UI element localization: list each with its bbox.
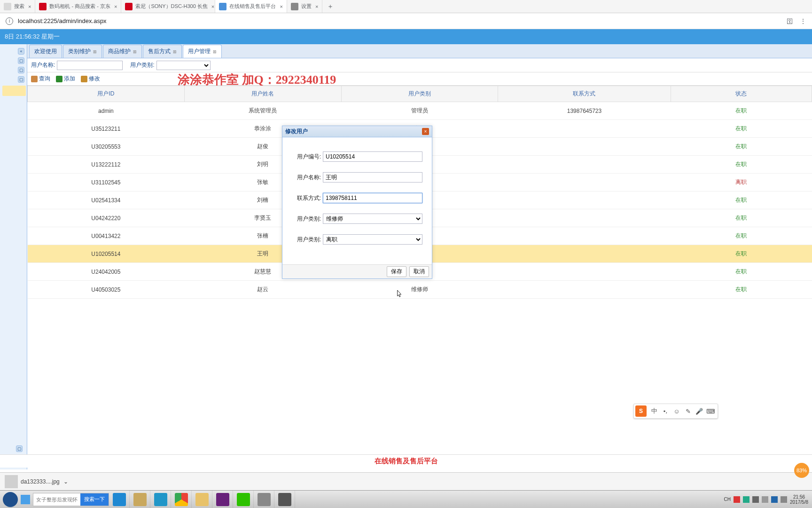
close-icon[interactable]: × [280,4,282,9]
filter-type-select[interactable] [156,61,211,70]
contact-input[interactable] [323,193,422,203]
user-id-input[interactable] [323,151,422,162]
user-status-select[interactable]: 离职 [323,234,422,245]
site-info-icon[interactable]: i [6,17,13,25]
collapse-left-icon[interactable]: « [18,48,24,55]
favicon [4,3,11,10]
col-type[interactable]: 用户类别 [341,86,498,102]
close-icon[interactable]: ⊠ [173,49,177,54]
close-icon[interactable]: ⊠ [213,49,217,54]
user-type-select[interactable]: 维修师 [323,214,422,224]
col-contact[interactable]: 联系方式 [498,86,671,102]
dialog-footer: 保存 取消 [282,264,432,278]
filter-bar: 用户名称: 用户类别: [27,58,812,72]
ime-brand-icon[interactable]: S [635,405,647,417]
cancel-button[interactable]: 取消 [409,266,429,277]
ime-emoji-icon[interactable]: ☺ [672,406,681,416]
tab-label: 用户管理 [188,48,211,56]
tab-title: 索尼（SONY）DSC-H300 长焦 [135,3,207,10]
collapse-item-icon[interactable]: ▢ [18,67,24,73]
close-icon[interactable]: ⊠ [93,49,97,54]
tab-title: 搜索 [14,3,24,10]
table-cell: 系统管理员 [184,102,341,120]
search-button[interactable]: 查询 [31,75,50,83]
close-icon[interactable]: × [211,4,214,9]
button-label: 添加 [64,75,75,83]
edit-button[interactable]: 修改 [81,75,100,83]
collapse-item-icon[interactable]: ▢ [16,445,23,452]
edit-icon [81,76,87,82]
close-icon[interactable]: × [315,4,318,9]
table-cell: 在职 [671,281,812,299]
browser-tab[interactable]: 数码相机 - 商品搜索 - 京东 × [35,0,121,13]
tab-title: 在线销售及售后平台 [229,3,276,10]
tab-category[interactable]: 类别维护⊠ [63,45,102,58]
collapse-item-icon[interactable]: ▢ [18,76,24,83]
key-icon[interactable]: ⚿ [787,17,793,25]
close-icon[interactable]: × [28,4,31,9]
save-button[interactable]: 保存 [387,266,406,277]
table-cell: 13987645723 [498,102,671,120]
table-row[interactable]: admin系统管理员管理员13987645723在职 [28,102,812,120]
user-status-label: 用户类别: [292,236,321,244]
tab-welcome[interactable]: 欢迎使用 [29,45,62,58]
user-type-label: 用户类别: [292,215,321,223]
browser-tab-strip: 搜索 × 数码相机 - 商品搜索 - 京东 × 索尼（SONY）DSC-H300… [0,0,812,13]
table-cell: 维修师 [341,281,498,299]
browser-tab[interactable]: 索尼（SONY）DSC-H300 长焦 × [121,0,215,13]
url-text[interactable]: localhost:2225/admin/index.aspx [18,17,787,24]
toolbar: 查询 添加 修改 涂涂恭作室 加Q：2922340119 [27,72,812,86]
ime-edit-icon[interactable]: ✎ [683,406,693,416]
table-header-row: 用户ID 用户姓名 用户类别 联系方式 状态 [28,86,812,102]
sidebar-item-selected[interactable] [2,86,26,96]
sidebar: « ▢ ▢ ▢ ▢ ▢ [0,44,27,469]
table-cell: U30205553 [28,138,185,156]
tab-label: 欢迎使用 [34,48,57,56]
table-cell: 在职 [671,156,812,174]
close-icon[interactable]: × [114,4,117,9]
col-id[interactable]: 用户ID [28,86,185,102]
table-cell: 在职 [671,120,812,138]
user-name-input[interactable] [323,172,422,183]
button-label: 修改 [89,75,100,83]
favicon [39,3,47,10]
add-button[interactable]: 添加 [56,75,75,83]
close-icon[interactable]: × [422,128,429,135]
dialog-header[interactable]: 修改用户 × [282,126,432,137]
tab-product[interactable]: 商品维护⊠ [103,45,142,58]
table-cell: U31102545 [28,174,185,191]
table-cell: U35123211 [28,120,185,138]
ime-mic-icon[interactable]: 🎤 [695,406,704,416]
footer-title: 在线销售及售后平台 [375,457,438,466]
table-cell [498,209,671,227]
browser-tab-active[interactable]: 在线销售及售后平台 × [215,0,287,13]
menu-icon[interactable]: ⋮ [800,17,806,25]
table-row[interactable]: U40503025赵云维修师在职 [28,281,812,299]
ime-punct-icon[interactable]: •، [661,406,670,416]
dialog-title: 修改用户 [285,127,422,135]
tab-title: 数码相机 - 商品搜索 - 京东 [49,3,110,10]
collapse-item-icon[interactable]: ▢ [18,57,24,64]
col-status[interactable]: 状态 [671,86,812,102]
watermark: 涂涂恭作室 加Q：2922340119 [178,71,336,88]
close-icon[interactable]: ⊠ [133,49,137,54]
ime-toolbar[interactable]: S 中 •، ☺ ✎ 🎤 ⌨ [633,404,718,419]
tab-users[interactable]: 用户管理⊠ [183,45,222,58]
add-icon [56,76,62,82]
table-cell: admin [28,102,185,120]
tab-aftersale[interactable]: 售后方式⊠ [143,45,182,58]
col-name[interactable]: 用户姓名 [184,86,341,102]
table-cell: U02541334 [28,191,185,209]
table-cell: 在职 [671,102,812,120]
new-tab-button[interactable]: ＋ [322,2,338,11]
filter-name-input[interactable] [57,61,123,70]
browser-tab[interactable]: 搜索 × [0,0,35,13]
ime-lang[interactable]: 中 [649,406,659,416]
ime-keyboard-icon[interactable]: ⌨ [706,406,715,416]
browser-tab[interactable]: 设置 × [287,0,322,13]
table-cell: 在职 [671,263,812,281]
table-cell: U00413422 [28,227,185,245]
table-cell: 管理员 [341,102,498,120]
filter-type-label: 用户类别: [130,61,154,69]
datetime-banner: 8日 21:56:32 星期一 [0,29,812,44]
